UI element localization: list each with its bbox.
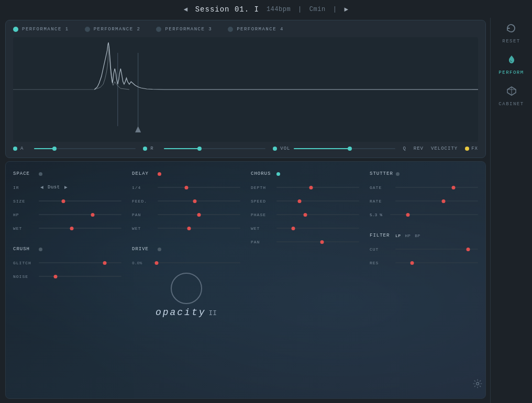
svg-point-4	[476, 383, 479, 385]
slider-vol: VOL	[273, 146, 395, 151]
header-separator2: |	[333, 6, 337, 13]
delay-time-row: 1/4	[132, 182, 240, 193]
cabinet-label: CABINET	[498, 102, 524, 107]
wet-space-label: WET	[13, 226, 36, 231]
chorus-label: CHORUS	[251, 171, 274, 176]
hp-button[interactable]: HP	[405, 233, 411, 238]
header-separator: |	[298, 6, 302, 13]
ir-next[interactable]: ►	[63, 185, 69, 191]
feed-slider[interactable]	[158, 200, 240, 202]
slider-a-track[interactable]	[34, 148, 136, 149]
rev-group: REV	[414, 146, 424, 151]
waveform-display	[13, 37, 478, 142]
velocity-label: VELOCITY	[431, 146, 458, 151]
fx-label: FX	[471, 146, 478, 151]
slider-vol-track[interactable]	[294, 148, 395, 149]
fx-dot	[465, 147, 469, 151]
sidebar-item-perform[interactable]: PERFORM	[498, 54, 524, 75]
slider-a-dot	[13, 147, 17, 151]
svg-marker-2	[135, 126, 141, 132]
cut-slider[interactable]	[395, 249, 478, 250]
res-slider[interactable]	[395, 262, 478, 263]
stutter-value-slider[interactable]	[390, 214, 478, 215]
noise-slider[interactable]	[39, 276, 121, 277]
stutter-header: STUTTER	[370, 168, 478, 180]
perf-tab-label-1: PERFORMANCE 1	[22, 27, 69, 32]
glitch-slider[interactable]	[39, 262, 121, 263]
q-group: Q	[403, 146, 406, 151]
settings-icon[interactable]	[473, 379, 482, 391]
header: ◄ Session 01. I 144bpm | Cmin | ►	[0, 0, 532, 18]
ir-prev[interactable]: ◄	[39, 185, 45, 191]
wet-delay-slider[interactable]	[158, 228, 240, 229]
ir-preset: Dust	[48, 185, 60, 190]
hp-label: HP	[13, 212, 36, 217]
perf-tab-1[interactable]: PERFORMANCE 1	[13, 27, 69, 32]
main-layout: PERFORMANCE 1 PERFORMANCE 2 PERFORMANCE …	[0, 18, 532, 403]
perf-tab-2[interactable]: PERFORMANCE 2	[85, 27, 141, 32]
fx-col-delay: DELAY 1/4 FEED.	[132, 168, 240, 325]
rate-row: RATE	[370, 195, 478, 207]
depth-slider[interactable]	[276, 187, 359, 188]
phase-slider[interactable]	[276, 214, 359, 215]
perf-tab-3[interactable]: PERFORMANCE 3	[156, 27, 212, 32]
stutter-spacer	[370, 222, 478, 228]
session-bpm: 144bpm	[267, 6, 291, 13]
wet-chorus-slider[interactable]	[276, 228, 359, 229]
perf-dot-2	[85, 27, 90, 32]
sidebar-item-cabinet[interactable]: CABINET	[498, 86, 524, 107]
gate-row: GATE	[370, 182, 478, 193]
reset-label: RESET	[502, 39, 520, 44]
prev-button[interactable]: ◄	[184, 6, 188, 14]
depth-label: DEPTH	[251, 185, 274, 190]
delay-pan-label: PAN	[132, 212, 155, 217]
slider-r-track[interactable]	[164, 148, 265, 149]
perf-tab-label-2: PERFORMANCE 2	[94, 27, 141, 32]
slider-r: R	[143, 146, 265, 151]
fx-col-chorus: CHORUS DEPTH SPEED	[251, 168, 359, 325]
hp-slider[interactable]	[39, 214, 121, 215]
velocity-group: VELOCITY	[431, 146, 458, 151]
space-header: SPACE	[13, 168, 121, 180]
wet-delay-label: WET	[132, 226, 155, 231]
wet-space-slider[interactable]	[39, 228, 121, 229]
res-label: RES	[370, 261, 393, 265]
bp-button[interactable]: BP	[415, 233, 420, 238]
fx-col-stutter: STUTTER GATE RATE	[370, 168, 478, 325]
stutter-label: STUTTER	[370, 171, 393, 176]
perform-label: PERFORM	[498, 70, 524, 75]
phase-row: PHASE	[251, 209, 359, 220]
perf-dot-3	[156, 27, 161, 32]
chorus-pan-row: PAN	[251, 236, 359, 248]
next-button[interactable]: ►	[344, 6, 348, 14]
slider-r-dot	[143, 147, 147, 151]
sidebar-item-reset[interactable]: RESET	[502, 23, 520, 44]
rate-slider[interactable]	[395, 200, 478, 202]
perf-dot-1	[13, 27, 18, 32]
space-dot	[39, 172, 42, 176]
phase-label: PHASE	[251, 212, 274, 217]
delay-pan-slider[interactable]	[158, 214, 240, 215]
right-sidebar: RESET PERFORM	[490, 18, 532, 403]
brand-section: opacity II	[132, 273, 240, 325]
sliders-row: A R	[13, 146, 478, 151]
perf-tab-4[interactable]: PERFORMANCE 4	[228, 27, 284, 32]
feed-row: FEED.	[132, 195, 240, 207]
drive-slider[interactable]	[152, 262, 240, 263]
chorus-pan-label: PAN	[251, 240, 274, 244]
speed-slider[interactable]	[276, 200, 359, 202]
gate-slider[interactable]	[395, 187, 478, 188]
wet-chorus-row: WET	[251, 222, 359, 234]
depth-row: DEPTH	[251, 182, 359, 193]
size-row: SIZE	[13, 195, 121, 207]
chorus-pan-slider[interactable]	[276, 241, 359, 242]
hp-row: HP	[13, 209, 121, 220]
size-slider[interactable]	[39, 200, 121, 202]
lp-button[interactable]: LP	[395, 233, 401, 238]
perf-tab-label-4: PERFORMANCE 4	[237, 27, 284, 32]
delay-time-slider[interactable]	[158, 187, 240, 188]
stutter-value-display: 5.3 %	[370, 212, 387, 217]
delay-pan-row: PAN	[132, 209, 240, 220]
noise-row: NOISE	[13, 271, 121, 282]
res-row: RES	[370, 257, 478, 268]
